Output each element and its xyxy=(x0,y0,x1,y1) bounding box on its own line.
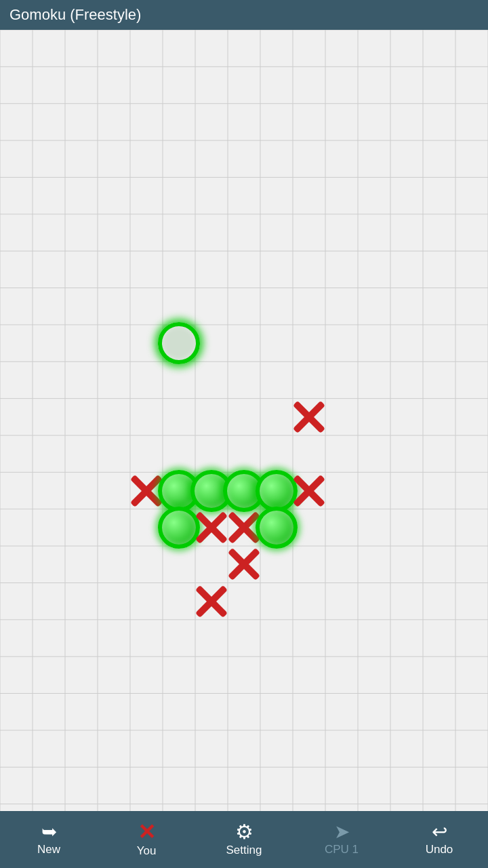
undo-button[interactable]: ↩ Undo xyxy=(390,811,488,868)
setting-button[interactable]: ⚙ Setting xyxy=(195,811,293,868)
game-board[interactable] xyxy=(0,30,488,841)
you-button[interactable]: ✕ You xyxy=(98,811,195,868)
new-button[interactable]: ➥ New xyxy=(0,811,98,868)
you-icon: ✕ xyxy=(138,821,156,843)
setting-label: Setting xyxy=(226,844,262,857)
undo-label: Undo xyxy=(426,843,453,856)
cpu1-label: CPU 1 xyxy=(325,843,359,856)
bottom-bar: ➥ New ✕ You ⚙ Setting ➤ CPU 1 ↩ Undo xyxy=(0,811,488,868)
new-label: New xyxy=(37,843,60,856)
new-icon: ➥ xyxy=(41,823,57,842)
you-label: You xyxy=(137,844,157,858)
setting-icon: ⚙ xyxy=(235,822,253,842)
app-title: Gomoku (Freestyle) xyxy=(9,6,141,24)
grid xyxy=(0,30,488,841)
cpu1-button[interactable]: ➤ CPU 1 xyxy=(293,811,390,868)
title-bar: Gomoku (Freestyle) xyxy=(0,0,488,30)
undo-icon: ↩ xyxy=(432,823,447,842)
cpu1-icon: ➤ xyxy=(334,823,350,842)
